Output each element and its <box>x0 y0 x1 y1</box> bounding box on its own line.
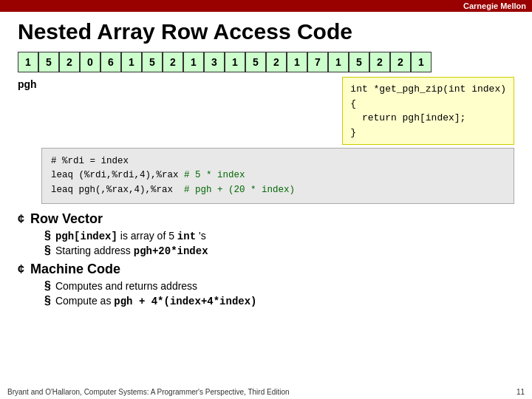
footer-left: Bryant and O'Hallaron, Computer Systems:… <box>7 388 290 396</box>
row-vector-label: Row Vector <box>30 211 103 227</box>
array-cell-5: 1 <box>121 52 142 72</box>
compute-formula-mono: pgh + 4*(index+4*index) <box>114 296 256 307</box>
sub-bullet-symbol-1b: § <box>44 244 51 257</box>
array-cell-18: 2 <box>390 52 411 72</box>
pgh-label: pgh <box>18 77 47 90</box>
array-cell-14: 7 <box>307 52 328 72</box>
bullet-symbol-2: ¢ <box>18 263 24 276</box>
array-cell-11: 5 <box>245 52 266 72</box>
sub-bullet-symbol-2a: § <box>44 279 51 293</box>
university-label: Carnegie Mellon <box>463 1 526 10</box>
sub-bullet-symbol-1a: § <box>44 229 51 242</box>
int-mono: int <box>177 231 196 242</box>
computes-returns-text: Computes and returns address <box>55 280 197 292</box>
array-cell-8: 1 <box>183 52 204 72</box>
machine-code-sub-bullets: § Computes and returns address § Compute… <box>44 279 514 307</box>
array-cell-10: 1 <box>225 52 245 72</box>
array-cell-0: 1 <box>18 52 38 72</box>
bullet-machine-code-title: ¢ Machine Code <box>18 262 514 277</box>
array-cell-9: 3 <box>204 52 225 72</box>
asm-box: # %rdi = index leaq (%rdi,%rdi,4),%rax #… <box>41 148 514 204</box>
machine-code-label: Machine Code <box>30 262 120 277</box>
array-cell-19: 1 <box>411 52 432 72</box>
sub-bullet-symbol-2b: § <box>44 294 51 307</box>
footer: Bryant and O'Hallaron, Computer Systems:… <box>0 388 532 396</box>
pgh-row: pgh int *get_pgh_zip(int index) { return… <box>18 77 514 145</box>
sub-bullet-2a: § Computes and returns address <box>44 279 514 293</box>
code-box: int *get_pgh_zip(int index) { return pgh… <box>342 77 514 145</box>
array-row: 15206152131521715221 <box>18 52 514 72</box>
compute-as-text: Compute as <box>55 295 114 307</box>
array-cell-15: 1 <box>328 52 349 72</box>
top-bar: Carnegie Mellon <box>0 0 532 12</box>
sub-bullet-2b: § Compute as pgh + 4*(index+4*index) <box>44 294 514 307</box>
sub-bullet-1a: § pgh[index] is array of 5 int 's <box>44 229 514 242</box>
array-cell-16: 5 <box>349 52 369 72</box>
pgh-index-mono: pgh[index] <box>55 231 117 242</box>
array-cell-12: 2 <box>266 52 287 72</box>
main-content: Nested Array Row Access Code 15206152131… <box>0 12 532 316</box>
bullet-row-vector-title: ¢ Row Vector <box>18 211 514 227</box>
array-cell-17: 2 <box>369 52 390 72</box>
pgh-plus-20-mono: pgh+20*index <box>134 245 208 257</box>
array-cell-13: 1 <box>287 52 307 72</box>
starting-address-text: Starting address <box>55 245 134 256</box>
bullet-row-vector: ¢ Row Vector § pgh[index] is array of 5 … <box>18 211 514 257</box>
array-cell-3: 0 <box>80 52 100 72</box>
array-cell-1: 5 <box>38 52 59 72</box>
sub-bullet-1a-text: is array of 5 <box>120 230 177 242</box>
page-title: Nested Array Row Access Code <box>18 19 514 44</box>
array-cell-2: 2 <box>59 52 80 72</box>
bullet-machine-code: ¢ Machine Code § Computes and returns ad… <box>18 262 514 307</box>
row-vector-sub-bullets: § pgh[index] is array of 5 int 's § Star… <box>44 229 514 257</box>
array-cell-6: 5 <box>142 52 163 72</box>
sub-bullet-1b: § Starting address pgh+20*index <box>44 244 514 257</box>
bullet-symbol-1: ¢ <box>18 213 24 226</box>
footer-right: 11 <box>516 388 525 396</box>
array-cell-4: 6 <box>100 52 121 72</box>
array-cell-7: 2 <box>163 52 183 72</box>
